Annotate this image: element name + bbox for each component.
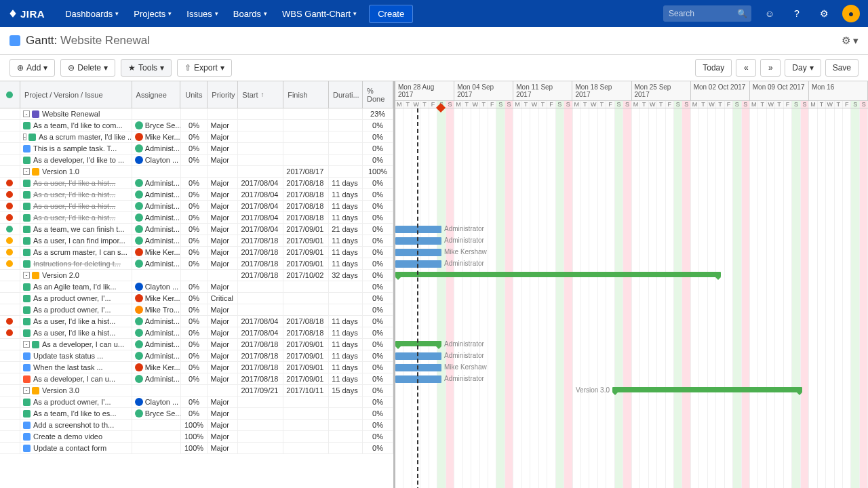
expand-toggle[interactable]: -: [23, 272, 30, 279]
table-row[interactable]: As an Agile team, I'd lik...Clayton ...0…: [0, 281, 393, 293]
table-row[interactable]: -Website Renewal23%: [0, 108, 393, 120]
units-value: 0%: [189, 398, 199, 406]
table-row[interactable]: As a developer, I can u...Administ...0%M…: [0, 373, 393, 385]
col-duration[interactable]: Durati...: [329, 81, 363, 108]
table-row[interactable]: Create a demo video100%Major0%: [0, 431, 393, 443]
story-icon: [23, 157, 31, 164]
nav-boards[interactable]: Boards ▾: [226, 5, 274, 23]
day-header: S: [733, 101, 741, 108]
table-row[interactable]: Update a contact form100%Major0%: [0, 443, 393, 454]
col-finish[interactable]: Finish: [283, 81, 329, 108]
table-row[interactable]: As a user, I can find impor...Administ..…: [0, 235, 393, 247]
table-row[interactable]: This is a sample task. T...Administ...0%…: [0, 143, 393, 155]
expand-toggle[interactable]: -: [23, 168, 30, 175]
gantt-bar[interactable]: Mike Kershaw: [395, 364, 441, 371]
col-start[interactable]: Start↑: [238, 81, 283, 108]
tools-button[interactable]: ★ Tools ▾: [121, 59, 172, 77]
nav-issues[interactable]: Issues ▾: [180, 5, 225, 23]
table-row[interactable]: As a user, I'd like a hist...Administ...…: [0, 178, 393, 189]
col-status[interactable]: [0, 81, 20, 108]
table-row[interactable]: As a scrum master, I can s...Mike Ker...…: [0, 247, 393, 258]
col-units[interactable]: Units: [180, 81, 208, 108]
table-row[interactable]: As a user, I'd like a hist...Administ...…: [0, 316, 393, 327]
table-row[interactable]: -As a developer, I can u...Administ...0%…: [0, 339, 393, 350]
assignee-name: Administ...: [145, 375, 180, 383]
expand-toggle[interactable]: -: [23, 134, 26, 140]
table-row[interactable]: As a user, I'd like a hist...Administ...…: [0, 201, 393, 212]
units-value: 100%: [184, 444, 203, 452]
create-button[interactable]: Create: [369, 5, 413, 23]
table-row[interactable]: Instructions for deleting t...Administ..…: [0, 258, 393, 270]
issue-name: Add a screenshot to th...: [33, 421, 114, 429]
issue-name: As a user, I'd like a hist...: [33, 179, 115, 187]
table-row[interactable]: As a user, I'd like a hist...Administ...…: [0, 212, 393, 224]
table-row[interactable]: -Version 3.02017/09/212017/10/1115 days0…: [0, 385, 393, 396]
units-value: 0%: [189, 363, 199, 371]
table-row[interactable]: -Version 1.02017/08/17100%: [0, 166, 393, 178]
gantt-bar[interactable]: Mike Kershaw: [395, 249, 441, 256]
nav-wbs-gantt-chart[interactable]: WBS Gantt-Chart ▾: [275, 5, 363, 23]
gantt-bar[interactable]: Administrator: [395, 237, 441, 245]
gantt-bar[interactable]: Administrator: [395, 260, 441, 268]
next-button[interactable]: »: [760, 59, 781, 77]
col-issue[interactable]: Project / Version / Issue: [20, 81, 132, 108]
nav-projects[interactable]: Projects ▾: [127, 5, 178, 23]
gantt-bar[interactable]: Administrator: [395, 375, 441, 383]
gantt-bar[interactable]: Administrator: [395, 341, 441, 346]
table-row[interactable]: As a user, I'd like a hist...Administ...…: [0, 327, 393, 339]
table-row[interactable]: As a product owner, I'...Mike Ker...0%Cr…: [0, 293, 393, 304]
add-button[interactable]: ⊕ Add ▾: [9, 59, 55, 77]
table-row[interactable]: -Version 2.02017/08/182017/10/0232 days0…: [0, 270, 393, 281]
export-button[interactable]: ⇧ Export ▾: [177, 59, 232, 77]
table-row[interactable]: As a team, I'd like to com...Bryce Se...…: [0, 120, 393, 131]
start-value: 2017/08/04: [241, 225, 278, 233]
feedback-icon[interactable]: ☺: [761, 5, 778, 22]
table-row[interactable]: As a product owner, I'...Mike Tro...0%Ma…: [0, 304, 393, 316]
expand-toggle[interactable]: -: [23, 387, 30, 394]
gantt-bar[interactable]: [395, 272, 721, 277]
assignee-name: Administ...: [145, 340, 180, 348]
prev-button[interactable]: «: [736, 59, 756, 77]
page-settings-icon[interactable]: ⚙ ▾: [842, 35, 859, 47]
table-row[interactable]: When the last task ...Mike Ker...0%Major…: [0, 362, 393, 373]
assignee-avatar: [135, 260, 143, 268]
table-row[interactable]: Add a screenshot to th...100%Major0%: [0, 420, 393, 431]
issue-name: Version 2.0: [42, 271, 79, 279]
day-header: T: [598, 101, 606, 108]
expand-toggle[interactable]: -: [23, 341, 30, 348]
delete-button[interactable]: ⊖ Delete ▾: [60, 59, 115, 77]
status-icon: [6, 237, 13, 244]
table-row[interactable]: As a user, I'd like a hist...Administ...…: [0, 189, 393, 201]
today-button[interactable]: Today: [695, 59, 732, 77]
assignee-name: Administ...: [145, 352, 180, 360]
assignee-name: Administ...: [145, 202, 180, 210]
gantt-bar[interactable]: Administrator: [395, 226, 441, 233]
nav-dashboards[interactable]: Dashboards ▾: [58, 5, 125, 23]
table-row[interactable]: As a team, we can finish t...Administ...…: [0, 224, 393, 235]
gantt-bar[interactable]: Version 3.0: [612, 387, 802, 392]
col-assignee[interactable]: Assignee: [132, 81, 181, 108]
col-done[interactable]: % Done: [363, 81, 393, 108]
help-icon[interactable]: ?: [788, 5, 806, 22]
settings-icon[interactable]: ⚙: [815, 5, 833, 22]
table-row[interactable]: As a product owner, I'...Clayton ...0%Ma…: [0, 396, 393, 408]
zoom-button[interactable]: Day ▾: [785, 59, 821, 77]
table-row[interactable]: Update task status ...Administ...0%Major…: [0, 350, 393, 362]
col-priority[interactable]: Priority: [208, 81, 238, 108]
table-row[interactable]: As a developer, I'd like to ...Clayton .…: [0, 155, 393, 166]
units-value: 0%: [189, 409, 199, 418]
assignee-avatar: [135, 214, 143, 222]
save-button[interactable]: Save: [825, 59, 859, 77]
gantt-bar[interactable]: Administrator: [395, 352, 441, 360]
jira-logo[interactable]: JIRA: [8, 8, 45, 20]
assignee-name: Mike Ker...: [145, 133, 180, 141]
day-header: M: [809, 101, 817, 108]
table-row[interactable]: As a team, I'd like to es...Bryce Se...0…: [0, 408, 393, 420]
table-row[interactable]: -As a scrum master, I'd like ...Mike Ker…: [0, 131, 393, 143]
expand-toggle[interactable]: -: [23, 110, 30, 117]
issue-name: As a user, I'd like a hist...: [33, 317, 115, 325]
week-header: Mon 11 Sep 2017: [513, 81, 572, 100]
assignee-name: Clayton ...: [145, 398, 179, 406]
avatar[interactable]: ●: [842, 5, 860, 22]
issue-name: As a team, I'd like to com...: [33, 121, 123, 129]
